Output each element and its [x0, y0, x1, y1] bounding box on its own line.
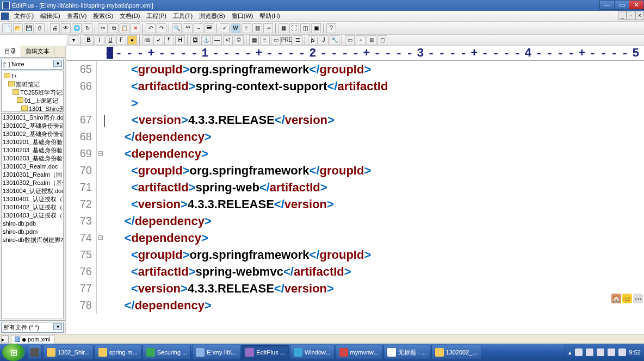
menu-view[interactable]: 查看(V) [64, 12, 90, 20]
ruler-icon[interactable]: ▥ [252, 23, 262, 33]
file-item[interactable]: 13010203_基础身份验证 [2, 146, 63, 154]
sidebar-tab-cliptext[interactable]: 剪辑文本 [21, 46, 54, 57]
home-icon[interactable]: 🏠 [611, 294, 621, 303]
minimize-button[interactable]: — [599, 0, 615, 10]
form-icon[interactable]: ▭ [271, 35, 281, 45]
file-item[interactable]: 1301002_基础身份验证 ( [2, 122, 63, 130]
doc-tab-pom[interactable]: ◆ pom.xml [11, 335, 54, 344]
para-icon[interactable]: ¶ [164, 35, 174, 45]
menu-window[interactable]: 窗口(W) [228, 12, 257, 20]
tray-icon-1[interactable] [575, 348, 583, 356]
file-item[interactable]: 13010401_认证授权（机 [2, 195, 63, 203]
code-area[interactable]: 65 <groupId>org.springframework</groupId… [66, 61, 644, 334]
panel-icon[interactable]: ▣ [311, 23, 321, 33]
menu-tools[interactable]: 工具(T) [170, 12, 196, 20]
column-icon[interactable]: ▦ [278, 23, 288, 33]
replace-icon[interactable]: ᴬᴮ [183, 23, 193, 33]
mdi-restore[interactable]: ▫ [627, 11, 635, 20]
doc-dropdown[interactable]: ▾ [69, 35, 78, 45]
char-icon[interactable]: © [234, 35, 244, 45]
preview-icon[interactable]: 👁 [61, 23, 71, 33]
file-item[interactable]: 13010301_Realm（固 [2, 171, 63, 179]
browser-icon[interactable]: 🌐 [72, 23, 82, 33]
fullscreen-icon[interactable]: ⛶ [289, 23, 299, 33]
tree-root[interactable]: I:\ [2, 72, 63, 80]
menu-help[interactable]: 帮助(H) [256, 12, 283, 20]
indent-icon[interactable]: ⇥ [263, 23, 273, 33]
file-item[interactable]: 1301001_Shiro简介.doc [2, 114, 63, 122]
center-icon[interactable]: ≡ [260, 35, 270, 45]
refresh-icon[interactable]: ↻ [83, 23, 92, 33]
taskbar-item[interactable]: spring-m... [95, 345, 141, 360]
applet-icon[interactable]: J [319, 35, 329, 45]
object-icon[interactable]: 🔧 [330, 35, 339, 45]
tree-item[interactable]: TC255班学习记录 [2, 89, 63, 97]
taskbar-item[interactable]: 1302_Shir... [43, 345, 94, 360]
bold-icon[interactable]: B [84, 35, 94, 45]
taskbar-item[interactable]: 无标题 - ... [383, 345, 430, 360]
file-item[interactable]: shiro-db数据库创建脚本. [2, 236, 63, 244]
new-file-icon[interactable]: 📄 [2, 23, 12, 33]
frame-icon[interactable]: ⊞ [367, 35, 376, 45]
menu-edit[interactable]: 编辑(E) [37, 12, 64, 20]
tray-arrow-icon[interactable]: ▴ [568, 349, 572, 356]
tray-icon-2[interactable] [586, 348, 593, 356]
save-icon[interactable]: 💾 [24, 23, 34, 33]
break-icon[interactable]: ⤶ [153, 35, 163, 45]
italic-icon[interactable]: I [95, 35, 104, 45]
file-item[interactable]: 13010402_认证授权（机 [2, 203, 63, 211]
image-icon[interactable]: 🖼 [190, 35, 200, 45]
file-item[interactable]: 13010201_基础身份验证 [2, 138, 63, 146]
file-item[interactable]: 1301003_Realm.doc [2, 163, 63, 171]
split-icon[interactable]: ◫ [300, 23, 310, 33]
taskbar-item[interactable]: Window... [290, 345, 335, 360]
spell-icon[interactable]: ✓ [220, 23, 230, 33]
tab-list-icon[interactable]: ▸ [1, 335, 9, 343]
tree-item[interactable]: 期班笔记 [2, 80, 63, 89]
taskbar-item[interactable]: mymvnw... [336, 345, 382, 360]
taskbar-item[interactable]: E:\my-lib\... [192, 345, 240, 360]
tray-time[interactable]: 9:52 [629, 349, 641, 356]
tree-item[interactable]: 01_上课笔记 [2, 97, 63, 105]
hr-icon[interactable]: — [212, 35, 222, 45]
print-icon[interactable]: 🖨 [50, 23, 60, 33]
heading-icon[interactable]: H [175, 35, 185, 45]
smile-icon[interactable]: 😊 [622, 294, 632, 303]
tray-icon-4[interactable] [608, 348, 615, 356]
menu-search[interactable]: 搜索(S) [90, 12, 116, 20]
tray-icon-3[interactable] [597, 348, 604, 356]
sidebar-tab-directory[interactable]: 目录 [0, 46, 21, 57]
mdi-minimize[interactable]: _ [618, 11, 627, 20]
menu-file[interactable]: 文件(F) [11, 12, 37, 20]
menu-browser[interactable]: 浏览器(B) [196, 12, 228, 20]
open-file-icon[interactable]: 📂 [13, 23, 23, 33]
font-icon[interactable]: F [116, 35, 126, 45]
taskbar-item[interactable]: 1302002_... [431, 345, 481, 360]
drive-combo[interactable]: [: ] Note [1, 59, 64, 70]
tray-volume-icon[interactable] [618, 348, 626, 356]
script-icon[interactable]: js [308, 35, 318, 45]
underline-icon[interactable]: U [106, 35, 115, 45]
tree-item[interactable]: 1301_Shiro开发 [2, 105, 63, 112]
span-icon[interactable]: ▫ [356, 35, 366, 45]
undo-icon[interactable]: ↶ [146, 23, 156, 33]
file-item[interactable]: 1301002_基础身份验证.d [2, 130, 63, 138]
taskbar-item[interactable]: Securing ... [143, 345, 191, 360]
cut-icon[interactable]: ✂ [98, 23, 108, 33]
pre-icon[interactable]: PRE [282, 35, 292, 45]
maximize-button[interactable]: ▭ [614, 0, 629, 10]
file-list[interactable]: 1301001_Shiro简介.doc1301002_基础身份验证 (13010… [1, 113, 64, 319]
quick-launch[interactable] [28, 345, 42, 360]
nbsp-icon[interactable]: nb [143, 35, 152, 45]
app-menu-icon[interactable] [1, 13, 9, 20]
close-button[interactable]: ✕ [629, 0, 644, 10]
taskbar-item[interactable]: EditPlus ... [242, 345, 289, 360]
delete-icon[interactable]: ✕ [131, 23, 140, 33]
paste-icon[interactable]: 📋 [120, 23, 129, 33]
copy-icon[interactable]: ⧉ [109, 23, 119, 33]
more-icon[interactable]: ⋯ [633, 294, 643, 303]
start-button[interactable]: ⊞ [2, 344, 25, 361]
bookmark-icon[interactable]: ⛿ [205, 23, 214, 33]
wordwrap-icon[interactable]: W [231, 23, 240, 33]
list-icon[interactable]: ☰ [293, 35, 302, 45]
